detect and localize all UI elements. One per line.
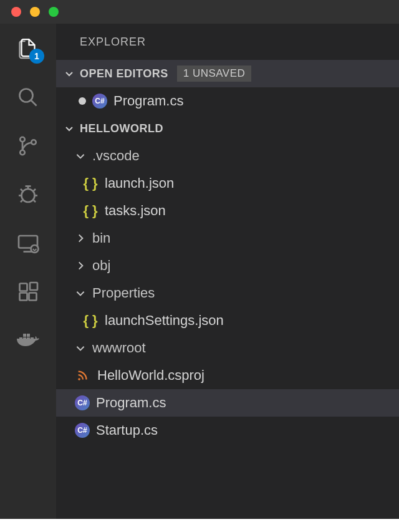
remote-explorer-activity[interactable] bbox=[16, 231, 41, 256]
file-item[interactable]: C#Program.cs bbox=[56, 389, 399, 417]
svg-line-1 bbox=[31, 100, 37, 106]
docker-icon bbox=[16, 331, 41, 350]
item-name: obj bbox=[92, 258, 110, 274]
chevron-right-icon bbox=[75, 260, 86, 271]
svg-rect-20 bbox=[30, 283, 37, 290]
item-name: .vscode bbox=[92, 148, 140, 164]
csharp-file-icon: C# bbox=[75, 423, 90, 438]
unsaved-count-badge: 1 UNSAVED bbox=[177, 65, 252, 82]
window: 1 bbox=[0, 0, 399, 519]
chevron-down-icon bbox=[75, 288, 86, 299]
file-item[interactable]: { }launch.json bbox=[56, 170, 399, 197]
remote-icon bbox=[17, 232, 39, 254]
activity-bar: 1 bbox=[0, 24, 56, 519]
chevron-right-icon bbox=[75, 233, 86, 244]
item-name: HelloWorld.csproj bbox=[97, 367, 204, 384]
search-icon bbox=[17, 86, 39, 109]
item-name: Startup.cs bbox=[96, 422, 158, 438]
unsaved-badge: 1 bbox=[29, 49, 44, 64]
minimize-window-button[interactable] bbox=[30, 7, 40, 17]
titlebar bbox=[0, 0, 399, 24]
workspace-header[interactable]: HELLOWORLD bbox=[56, 115, 399, 142]
csharp-file-icon: C# bbox=[92, 94, 107, 109]
file-name: Program.cs bbox=[113, 93, 183, 109]
chevron-down-icon bbox=[75, 342, 86, 354]
file-tree: .vscode{ }launch.json{ }tasks.jsonbinobj… bbox=[56, 142, 399, 444]
debug-activity[interactable] bbox=[16, 182, 41, 207]
modified-indicator-icon bbox=[79, 97, 86, 105]
svg-point-27 bbox=[78, 378, 80, 380]
workspace-name: HELLOWORLD bbox=[80, 122, 163, 135]
csproj-file-icon bbox=[75, 367, 91, 384]
json-file-icon: { } bbox=[82, 203, 99, 219]
explorer-activity[interactable]: 1 bbox=[16, 36, 41, 61]
docker-activity[interactable] bbox=[16, 328, 41, 353]
svg-rect-24 bbox=[23, 334, 26, 337]
item-name: wwwroot bbox=[92, 340, 146, 356]
open-editor-item[interactable]: C# Program.cs bbox=[56, 87, 399, 115]
chevron-down-icon bbox=[75, 150, 86, 162]
folder-item[interactable]: Properties bbox=[56, 279, 399, 307]
svg-rect-17 bbox=[20, 284, 27, 291]
json-file-icon: { } bbox=[82, 175, 99, 191]
debug-icon bbox=[17, 183, 39, 206]
item-name: Program.cs bbox=[96, 395, 166, 411]
file-item[interactable]: HelloWorld.csproj bbox=[56, 362, 399, 389]
source-control-icon bbox=[17, 135, 39, 157]
folder-item[interactable]: bin bbox=[56, 225, 399, 252]
item-name: Properties bbox=[92, 285, 155, 301]
svg-rect-25 bbox=[27, 334, 30, 337]
folder-item[interactable]: wwwroot bbox=[56, 334, 399, 362]
item-name: bin bbox=[92, 230, 110, 246]
open-editors-label: OPEN EDITORS bbox=[80, 67, 168, 80]
item-name: tasks.json bbox=[105, 203, 166, 219]
item-name: launchSettings.json bbox=[105, 312, 224, 329]
main-area: 1 bbox=[0, 24, 399, 519]
folder-item[interactable]: obj bbox=[56, 252, 399, 279]
sidebar: EXPLORER OPEN EDITORS 1 UNSAVED C# Progr… bbox=[56, 24, 399, 519]
file-item[interactable]: C#Startup.cs bbox=[56, 417, 399, 444]
maximize-window-button[interactable] bbox=[49, 7, 59, 17]
source-control-activity[interactable] bbox=[16, 133, 41, 158]
svg-line-11 bbox=[34, 189, 36, 191]
svg-point-3 bbox=[20, 150, 25, 155]
close-window-button[interactable] bbox=[11, 7, 21, 17]
svg-point-5 bbox=[22, 189, 35, 202]
svg-rect-18 bbox=[20, 293, 27, 301]
svg-point-2 bbox=[20, 137, 25, 142]
chevron-down-icon bbox=[64, 123, 75, 134]
svg-rect-19 bbox=[29, 293, 37, 301]
open-editors-header[interactable]: OPEN EDITORS 1 UNSAVED bbox=[56, 60, 399, 87]
folder-item[interactable]: .vscode bbox=[56, 142, 399, 170]
svg-point-4 bbox=[31, 140, 36, 145]
file-item[interactable]: { }tasks.json bbox=[56, 197, 399, 225]
item-name: launch.json bbox=[105, 175, 174, 191]
svg-line-12 bbox=[21, 200, 22, 202]
extensions-icon bbox=[17, 281, 39, 303]
svg-line-13 bbox=[34, 200, 36, 202]
file-item[interactable]: { }launchSettings.json bbox=[56, 307, 399, 334]
json-file-icon: { } bbox=[82, 312, 99, 329]
extensions-activity[interactable] bbox=[16, 279, 41, 304]
csharp-file-icon: C# bbox=[75, 395, 90, 410]
search-activity[interactable] bbox=[16, 85, 41, 110]
svg-line-10 bbox=[21, 189, 22, 191]
svg-point-0 bbox=[20, 89, 33, 102]
chevron-down-icon bbox=[64, 68, 75, 79]
sidebar-title: EXPLORER bbox=[56, 24, 399, 60]
